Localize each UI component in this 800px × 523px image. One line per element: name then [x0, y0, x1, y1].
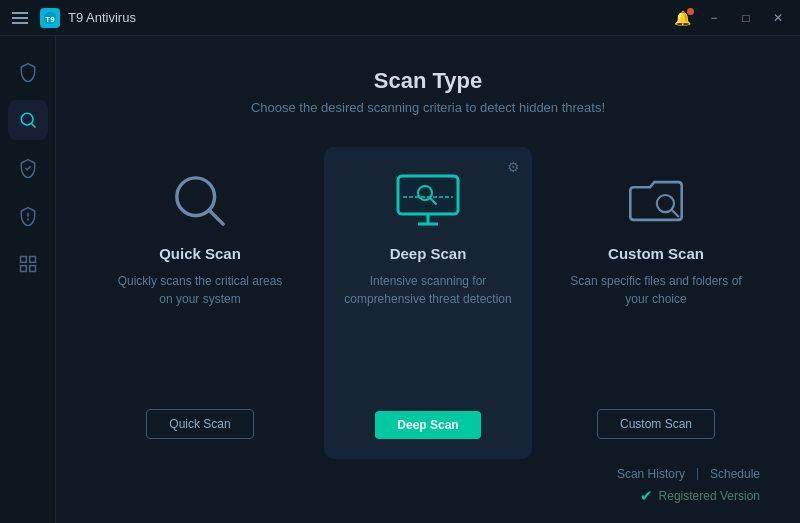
sidebar-item-shield2[interactable] [8, 196, 48, 236]
registered-check-icon: ✔ [640, 487, 653, 505]
scan-history-link[interactable]: Scan History [617, 467, 685, 481]
scan-cards: Quick Scan Quickly scans the critical ar… [96, 147, 760, 459]
svg-rect-13 [403, 181, 453, 209]
svg-text:T9: T9 [45, 15, 55, 24]
notification-button[interactable]: 🔔 [668, 6, 696, 30]
title-bar: T9 T9 Antivirus 🔔 − □ ✕ [0, 0, 800, 36]
sidebar-item-scan[interactable] [8, 100, 48, 140]
footer-links: Scan History Schedule [96, 459, 760, 485]
hamburger-menu[interactable] [8, 8, 32, 28]
quick-scan-desc: Quickly scans the critical areas on your… [112, 272, 288, 391]
minimize-button[interactable]: − [700, 6, 728, 30]
quick-scan-title: Quick Scan [159, 245, 241, 262]
main-layout: Scan Type Choose the desired scanning cr… [0, 36, 800, 523]
custom-scan-desc: Scan specific files and folders of your … [568, 272, 744, 391]
quick-scan-icon [165, 171, 235, 231]
footer-divider [697, 468, 698, 480]
deep-scan-card: ⚙ [324, 147, 532, 459]
content-area: Scan Type Choose the desired scanning cr… [56, 36, 800, 523]
close-button[interactable]: ✕ [764, 6, 792, 30]
deep-scan-button[interactable]: Deep Scan [375, 411, 480, 439]
svg-point-5 [27, 219, 28, 220]
deep-scan-desc: Intensive scanning for comprehensive thr… [340, 272, 516, 393]
custom-scan-button[interactable]: Custom Scan [597, 409, 715, 439]
title-bar-left: T9 T9 Antivirus [8, 8, 136, 28]
custom-scan-icon [621, 171, 691, 231]
svg-line-11 [209, 210, 223, 224]
sidebar-item-protection[interactable] [8, 52, 48, 92]
notification-badge-dot [687, 8, 694, 15]
svg-line-3 [31, 124, 35, 128]
schedule-link[interactable]: Schedule [710, 467, 760, 481]
svg-line-20 [671, 210, 678, 217]
svg-point-2 [21, 113, 33, 125]
app-icon: T9 [40, 8, 60, 28]
custom-scan-title: Custom Scan [608, 245, 704, 262]
page-title: Scan Type [96, 68, 760, 94]
page-subtitle: Choose the desired scanning criteria to … [96, 100, 760, 115]
sidebar-item-grid[interactable] [8, 244, 48, 284]
deep-scan-icon [393, 171, 463, 231]
deep-scan-title: Deep Scan [390, 245, 467, 262]
svg-rect-7 [29, 257, 35, 263]
quick-scan-button[interactable]: Quick Scan [146, 409, 253, 439]
sidebar [0, 36, 56, 523]
svg-rect-9 [29, 266, 35, 272]
svg-rect-8 [20, 266, 26, 272]
svg-rect-6 [20, 257, 26, 263]
app-title: T9 Antivirus [68, 10, 136, 25]
maximize-button[interactable]: □ [732, 6, 760, 30]
registered-row: ✔ Registered Version [96, 485, 760, 507]
quick-scan-card: Quick Scan Quickly scans the critical ar… [96, 147, 304, 459]
title-bar-controls: 🔔 − □ ✕ [668, 6, 792, 30]
custom-scan-card: Custom Scan Scan specific files and fold… [552, 147, 760, 459]
sidebar-item-check[interactable] [8, 148, 48, 188]
registered-label: Registered Version [659, 489, 760, 503]
deep-scan-settings-icon[interactable]: ⚙ [507, 159, 520, 175]
